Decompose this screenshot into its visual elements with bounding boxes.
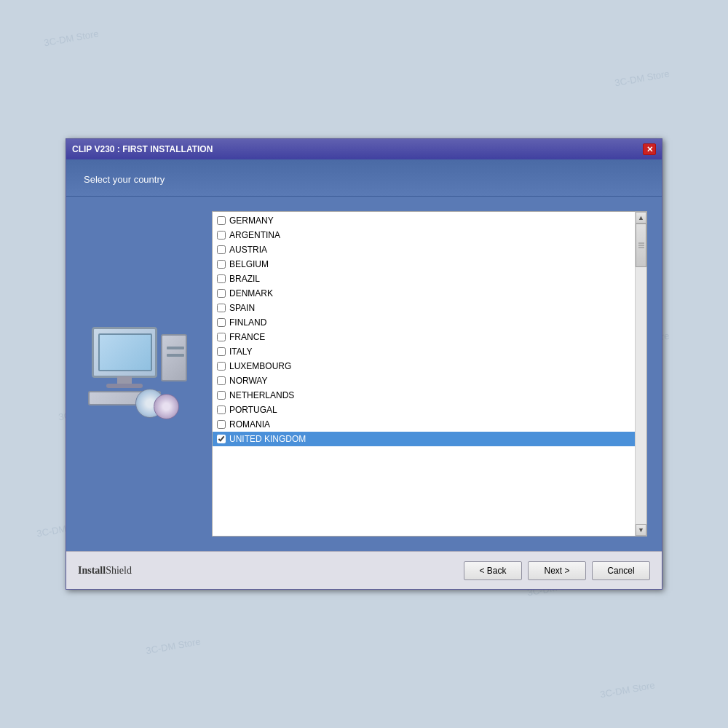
installshield-brand: InstallShield xyxy=(78,565,132,577)
scroll-thumb-area xyxy=(636,223,646,524)
country-name: PORTUGAL xyxy=(229,405,277,415)
computer-illustration xyxy=(84,327,194,422)
tower-slot2 xyxy=(167,354,184,357)
header-title: Select your country xyxy=(84,174,165,185)
country-checkbox[interactable] xyxy=(217,362,226,371)
country-checkbox[interactable] xyxy=(217,391,226,400)
country-name: NETHERLANDS xyxy=(229,390,294,400)
country-checkbox[interactable] xyxy=(217,260,226,269)
country-item[interactable]: LUXEMBOURG xyxy=(213,359,635,373)
country-item[interactable]: GERMANY xyxy=(213,213,635,228)
monitor-screen xyxy=(98,333,152,371)
country-checkbox[interactable] xyxy=(217,216,226,225)
next-button[interactable]: Next > xyxy=(528,561,586,580)
close-button[interactable]: ✕ xyxy=(643,143,656,155)
country-item[interactable]: PORTUGAL xyxy=(213,403,635,417)
header-section: Select your country xyxy=(66,159,662,197)
country-item[interactable]: ROMANIA xyxy=(213,417,635,432)
country-checkbox[interactable] xyxy=(217,231,226,240)
illustration-panel xyxy=(81,211,197,537)
country-item[interactable]: NORWAY xyxy=(213,373,635,388)
country-name: BELGIUM xyxy=(229,259,269,269)
country-name: DENMARK xyxy=(229,288,273,298)
dialog-title: CLIP V230 : FIRST INSTALLATION xyxy=(72,144,213,154)
scroll-grip xyxy=(638,243,644,248)
country-item[interactable]: AUSTRIA xyxy=(213,242,635,257)
country-checkbox[interactable] xyxy=(217,435,226,443)
country-name: UNITED KINGDOM xyxy=(229,434,306,444)
disc2 xyxy=(154,394,179,419)
country-item[interactable]: UNITED KINGDOM xyxy=(213,432,635,446)
grip-line xyxy=(638,245,644,246)
scroll-down-button[interactable]: ▼ xyxy=(636,524,646,536)
country-checkbox[interactable] xyxy=(217,333,226,341)
country-name: ARGENTINA xyxy=(229,230,280,240)
grip-line xyxy=(638,243,644,244)
country-checkbox[interactable] xyxy=(217,289,226,298)
country-checkbox[interactable] xyxy=(217,376,226,385)
country-name: FINLAND xyxy=(229,317,266,328)
country-name: ITALY xyxy=(229,347,253,357)
content-area: GERMANYARGENTINAAUSTRIABELGIUMBRAZILDENM… xyxy=(66,197,662,551)
country-item[interactable]: DENMARK xyxy=(213,286,635,301)
country-item[interactable]: NETHERLANDS xyxy=(213,388,635,403)
country-item[interactable]: BRAZIL xyxy=(213,272,635,286)
country-name: LUXEMBOURG xyxy=(229,361,291,371)
country-name: AUSTRIA xyxy=(229,245,267,255)
country-checkbox[interactable] xyxy=(217,304,226,312)
scroll-thumb[interactable] xyxy=(636,223,646,267)
country-checkbox[interactable] xyxy=(217,245,226,254)
country-checkbox[interactable] xyxy=(217,318,226,327)
right-panel: GERMANYARGENTINAAUSTRIABELGIUMBRAZILDENM… xyxy=(212,211,647,537)
country-name: SPAIN xyxy=(229,303,255,313)
country-item[interactable]: FINLAND xyxy=(213,315,635,330)
country-item[interactable]: ITALY xyxy=(213,344,635,359)
country-list[interactable]: GERMANYARGENTINAAUSTRIABELGIUMBRAZILDENM… xyxy=(213,212,635,536)
country-checkbox[interactable] xyxy=(217,420,226,429)
back-button[interactable]: < Back xyxy=(464,561,522,580)
tower xyxy=(161,334,187,381)
monitor xyxy=(92,327,157,378)
country-item[interactable]: SPAIN xyxy=(213,301,635,315)
country-name: GERMANY xyxy=(229,215,274,226)
scroll-up-button[interactable]: ▲ xyxy=(636,212,646,223)
dialog-body: Select your country xyxy=(66,159,662,589)
footer: InstallShield < Back Next > Cancel xyxy=(66,551,662,589)
country-name: NORWAY xyxy=(229,376,267,386)
country-item[interactable]: FRANCE xyxy=(213,330,635,344)
brand-install: Install xyxy=(78,565,106,576)
scrollbar[interactable]: ▲ ▼ xyxy=(635,212,646,536)
installation-dialog: CLIP V230 : FIRST INSTALLATION ✕ Select … xyxy=(66,138,662,590)
country-name: BRAZIL xyxy=(229,274,260,284)
footer-buttons: < Back Next > Cancel xyxy=(464,561,650,580)
cancel-button[interactable]: Cancel xyxy=(592,561,650,580)
country-checkbox[interactable] xyxy=(217,274,226,283)
tower-slot1 xyxy=(167,347,184,349)
country-item[interactable]: ARGENTINA xyxy=(213,228,635,242)
country-item[interactable]: BELGIUM xyxy=(213,257,635,272)
title-bar: CLIP V230 : FIRST INSTALLATION ✕ xyxy=(66,139,662,159)
country-name: ROMANIA xyxy=(229,419,270,430)
country-checkbox[interactable] xyxy=(217,347,226,356)
monitor-base xyxy=(106,384,143,388)
country-list-container: GERMANYARGENTINAAUSTRIABELGIUMBRAZILDENM… xyxy=(212,211,647,537)
country-name: FRANCE xyxy=(229,332,265,342)
grip-line xyxy=(638,248,644,248)
country-checkbox[interactable] xyxy=(217,405,226,414)
brand-shield: Shield xyxy=(106,565,132,576)
